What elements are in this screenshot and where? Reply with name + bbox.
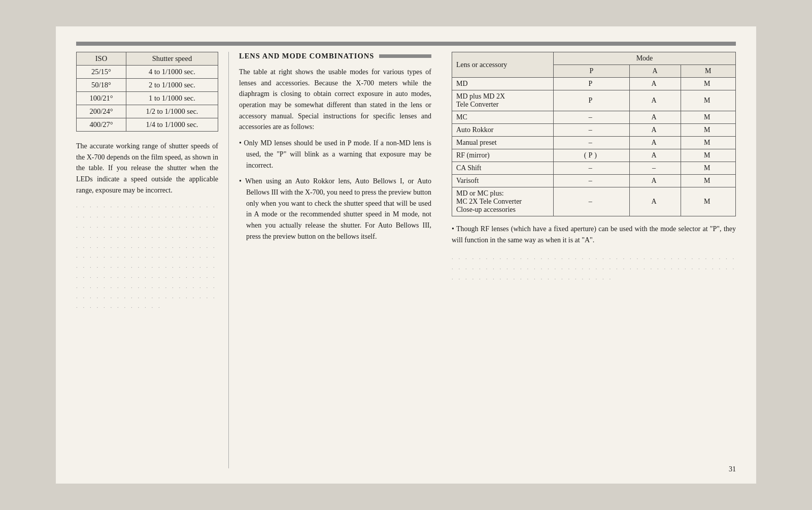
- mode-m-header: M: [681, 65, 736, 78]
- mode-a: A: [629, 149, 681, 162]
- lens-name: MD plus MD 2XTele Converter: [452, 90, 554, 111]
- speed-value: 1/2 to 1/1000 sec.: [126, 105, 218, 118]
- section-title-text: LENS AND MODE COMBINATIONS: [239, 52, 374, 60]
- section-title: LENS AND MODE COMBINATIONS: [239, 52, 431, 60]
- table-row: RF (mirror) (P) A M: [452, 149, 736, 162]
- lens-name: MD or MC plus:MC 2X Tele ConverterClose-…: [452, 187, 554, 216]
- mode-m: M: [681, 78, 736, 90]
- lens-name: CA Shift: [452, 162, 554, 175]
- left-body-text: The accurate working range of shutter sp…: [76, 141, 218, 196]
- table-row: MD P A M: [452, 78, 736, 90]
- speed-value: 1 to 1/1000 sec.: [126, 92, 218, 105]
- table-row: MC – A M: [452, 111, 736, 124]
- mode-header: Mode: [554, 52, 736, 65]
- mode-m: M: [681, 137, 736, 149]
- lens-name: RF (mirror): [452, 149, 554, 162]
- decorative-dots-2: . . . . . . . . . . . . . . . . . . . . …: [452, 252, 736, 282]
- lens-name: Manual preset: [452, 137, 554, 149]
- table-row: 50/18° 2 to 1/1000 sec.: [77, 79, 218, 92]
- mode-a: A: [629, 111, 681, 124]
- iso-value: 50/18°: [77, 79, 126, 92]
- speed-value: 2 to 1/1000 sec.: [126, 79, 218, 92]
- right-column: Lens or accessory Mode P A M MD P A M: [442, 52, 736, 468]
- table-row: MD or MC plus:MC 2X Tele ConverterClose-…: [452, 187, 736, 216]
- mode-a: A: [629, 137, 681, 149]
- mode-a: A: [629, 175, 681, 187]
- mode-p: (P): [554, 149, 630, 162]
- lens-name: Auto Rokkor: [452, 124, 554, 137]
- lens-name: MD: [452, 78, 554, 90]
- title-bar: [379, 54, 431, 58]
- table-row: 200/24° 1/2 to 1/1000 sec.: [77, 105, 218, 118]
- table-row: Manual preset – A M: [452, 137, 736, 149]
- lens-name: Varisoft: [452, 175, 554, 187]
- middle-column: LENS AND MODE COMBINATIONS The table at …: [228, 52, 442, 468]
- shutter-speed-table: ISO Shutter speed 25/15° 4 to 1/1000 sec…: [76, 52, 218, 132]
- content-area: ISO Shutter speed 25/15° 4 to 1/1000 sec…: [76, 52, 736, 468]
- mode-m: M: [681, 187, 736, 216]
- mode-a: –: [629, 162, 681, 175]
- table-row: Varisoft – A M: [452, 175, 736, 187]
- mode-p: –: [554, 137, 630, 149]
- mode-p: –: [554, 175, 630, 187]
- bullet-2: • When using an Auto Rokkor lens, Auto B…: [239, 176, 431, 242]
- page-number: 31: [729, 465, 736, 473]
- mode-p-header: P: [554, 65, 630, 78]
- lens-mode-table: Lens or accessory Mode P A M MD P A M: [452, 52, 736, 216]
- mode-a-header: A: [629, 65, 681, 78]
- mode-a: A: [629, 78, 681, 90]
- speed-value: 1/4 to 1/1000 sec.: [126, 118, 218, 132]
- mode-p: P: [554, 90, 630, 111]
- mode-a: A: [629, 90, 681, 111]
- lens-accessory-header: Lens or accessory: [452, 52, 554, 78]
- table-row: 25/15° 4 to 1/1000 sec.: [77, 66, 218, 79]
- mode-p: P: [554, 78, 630, 90]
- iso-value: 200/24°: [77, 105, 126, 118]
- table-row: MD plus MD 2XTele Converter P A M: [452, 90, 736, 111]
- table-row: 100/21° 1 to 1/1000 sec.: [77, 92, 218, 105]
- top-decorative-bar: [76, 42, 736, 46]
- mode-m: M: [681, 90, 736, 111]
- mode-m: M: [681, 149, 736, 162]
- mode-a: A: [629, 124, 681, 137]
- intro-text: The table at right shows the usable mode…: [239, 67, 431, 133]
- table-row: CA Shift – – M: [452, 162, 736, 175]
- decorative-dots-1: . . . . . . . . . . . . . . . . . . . . …: [76, 201, 218, 311]
- iso-value: 100/21°: [77, 92, 126, 105]
- lens-name: MC: [452, 111, 554, 124]
- mode-m: M: [681, 124, 736, 137]
- right-bottom-text: • Though RF lenses (which have a fixed a…: [452, 224, 736, 245]
- table-row: 400/27° 1/4 to 1/1000 sec.: [77, 118, 218, 132]
- bullet-1: • Only MD lenses should be used in P mod…: [239, 138, 431, 171]
- mode-m: M: [681, 175, 736, 187]
- speed-value: 4 to 1/1000 sec.: [126, 66, 218, 79]
- iso-value: 25/15°: [77, 66, 126, 79]
- mode-p: –: [554, 162, 630, 175]
- left-column: ISO Shutter speed 25/15° 4 to 1/1000 sec…: [76, 52, 228, 468]
- mode-p: –: [554, 111, 630, 124]
- iso-header: ISO: [77, 52, 126, 66]
- mode-p: –: [554, 187, 630, 216]
- iso-value: 400/27°: [77, 118, 126, 132]
- shutter-speed-header: Shutter speed: [126, 52, 218, 66]
- mode-p: –: [554, 124, 630, 137]
- mode-m: M: [681, 111, 736, 124]
- mode-m: M: [681, 162, 736, 175]
- table-row: Auto Rokkor – A M: [452, 124, 736, 137]
- mode-a: A: [629, 187, 681, 216]
- page: ISO Shutter speed 25/15° 4 to 1/1000 sec…: [56, 26, 756, 484]
